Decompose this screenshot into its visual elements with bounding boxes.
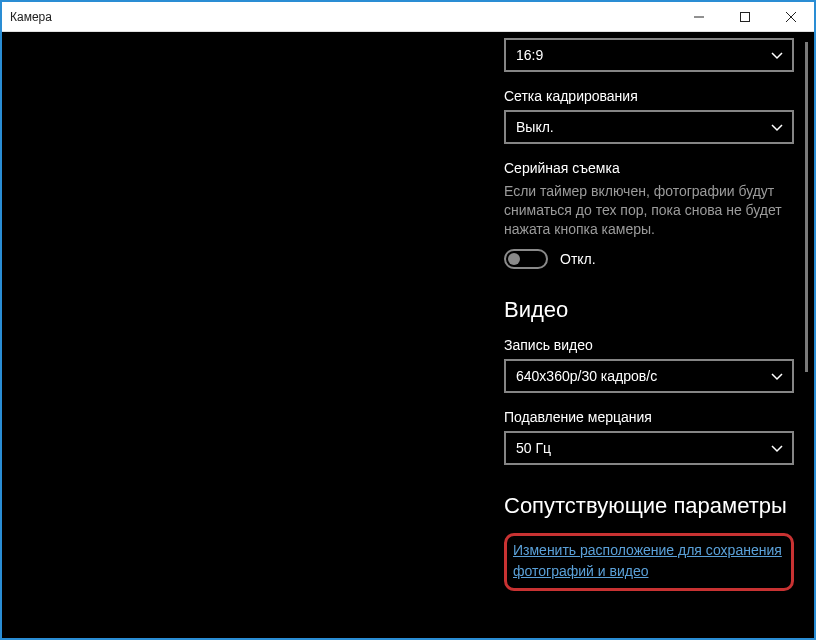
burst-toggle[interactable] [504,249,548,269]
framing-grid-select[interactable]: Выкл. [504,110,794,144]
chevron-down-icon [770,441,784,455]
flicker-value: 50 Гц [516,440,551,456]
window-title: Камера [2,10,676,24]
flicker-label: Подавление мерцания [504,409,794,425]
chevron-down-icon [770,369,784,383]
video-heading: Видео [504,297,794,323]
aspect-ratio-value: 16:9 [516,47,543,63]
flicker-select[interactable]: 50 Гц [504,431,794,465]
titlebar: Камера [2,2,814,32]
chevron-down-icon [770,120,784,134]
video-record-value: 640x360p/30 кадров/с [516,368,657,384]
close-button[interactable] [768,2,814,32]
video-record-select[interactable]: 640x360p/30 кадров/с [504,359,794,393]
maximize-button[interactable] [722,2,768,32]
app-window: Камера 16:9 Сетка кадрирования Выкл. [0,0,816,640]
related-heading: Сопутствующие параметры [504,493,794,519]
video-record-label: Запись видео [504,337,794,353]
camera-preview [2,32,494,638]
framing-grid-value: Выкл. [516,119,554,135]
burst-toggle-row: Откл. [504,249,794,269]
burst-description: Если таймер включен, фотографии будут сн… [504,182,794,239]
client-area: 16:9 Сетка кадрирования Выкл. Серийная с… [2,32,814,638]
aspect-ratio-select[interactable]: 16:9 [504,38,794,72]
minimize-button[interactable] [676,2,722,32]
toggle-knob [508,253,520,265]
burst-toggle-value: Откл. [560,251,596,267]
burst-label: Серийная съемка [504,160,794,176]
panel-scrollbar[interactable] [805,42,808,372]
change-save-location-link[interactable]: Изменить расположение для сохранения фот… [513,542,782,579]
settings-panel: 16:9 Сетка кадрирования Выкл. Серийная с… [494,32,814,638]
link-highlight-box: Изменить расположение для сохранения фот… [504,533,794,591]
svg-rect-1 [741,12,750,21]
chevron-down-icon [770,48,784,62]
framing-grid-label: Сетка кадрирования [504,88,794,104]
